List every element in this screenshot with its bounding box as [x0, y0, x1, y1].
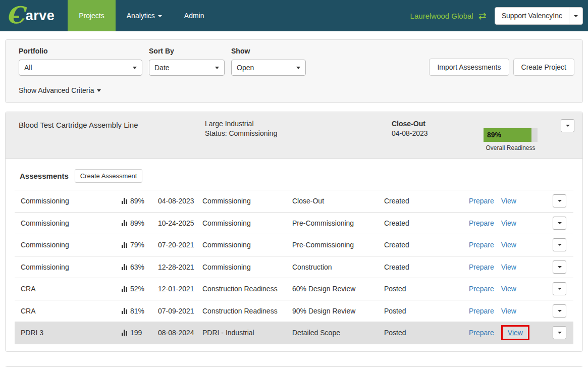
- bar-chart-icon: [122, 264, 127, 270]
- bar-chart-icon: [122, 242, 127, 248]
- nav-item-projects[interactable]: Projects: [68, 0, 116, 31]
- switch-account-icon[interactable]: ⇄: [478, 11, 487, 21]
- assessment-name: Commissioning: [15, 241, 122, 249]
- create-assessment-button[interactable]: Create Assessment: [75, 169, 143, 183]
- account-name[interactable]: Laurelwood Global: [410, 12, 473, 20]
- prepare-link[interactable]: Prepare: [469, 197, 494, 205]
- assessment-milestone: 90% Design Review: [292, 307, 384, 315]
- assessment-score-value: 63%: [130, 263, 144, 271]
- chevron-down-icon: [158, 15, 162, 19]
- row-actions-dropdown[interactable]: [553, 326, 566, 339]
- bar-chart-icon: [122, 308, 127, 314]
- row-actions-dropdown[interactable]: [553, 304, 566, 318]
- support-dropdown-toggle[interactable]: [569, 8, 582, 24]
- assessment-date: 07-20-2021: [158, 241, 202, 249]
- project-phase-date: 04-08-2023: [392, 129, 484, 138]
- assessment-name: CRA: [15, 307, 122, 315]
- assessment-row: CRA 52% 12-01-2021 Construction Readines…: [15, 278, 573, 300]
- assessment-score-value: 52%: [130, 285, 144, 293]
- view-link-wrapper: View: [501, 263, 516, 271]
- chevron-down-icon: [296, 67, 300, 71]
- portfolio-select[interactable]: All: [19, 60, 142, 76]
- assessment-score: 79%: [122, 241, 158, 249]
- assessment-phase: Construction Readiness: [202, 307, 292, 315]
- readiness-percentage: 89%: [487, 131, 501, 139]
- support-button[interactable]: Support ValencyInc: [495, 8, 569, 24]
- view-link[interactable]: View: [501, 307, 516, 315]
- assessment-status: Created: [384, 219, 469, 227]
- row-actions-dropdown[interactable]: [553, 238, 566, 251]
- prepare-link[interactable]: Prepare: [469, 285, 494, 293]
- assessment-date: 04-08-2023: [158, 197, 202, 205]
- assessment-actions: Prepare View: [469, 329, 534, 337]
- nav-item-admin[interactable]: Admin: [173, 0, 216, 31]
- view-link[interactable]: View: [501, 197, 516, 205]
- assessment-name: Commissioning: [15, 219, 122, 227]
- assessment-phase: Construction Readiness: [202, 285, 292, 293]
- nav-item-analytics[interactable]: Analytics: [116, 0, 173, 31]
- assessment-phase: Commissioning: [202, 197, 292, 205]
- assessment-score: 52%: [122, 285, 158, 293]
- show-advanced-criteria-link[interactable]: Show Advanced Criteria: [19, 86, 101, 94]
- view-link[interactable]: View: [508, 329, 523, 337]
- prepare-link[interactable]: Prepare: [469, 329, 494, 337]
- view-link[interactable]: View: [501, 241, 516, 249]
- chevron-down-icon: [558, 332, 562, 336]
- assessment-status: Posted: [384, 285, 469, 293]
- assessment-phase: PDRI - Industrial: [202, 329, 292, 337]
- import-assessments-button[interactable]: Import Assessments: [429, 59, 509, 76]
- assessment-score-value: 89%: [130, 197, 144, 205]
- chevron-down-icon: [558, 288, 562, 292]
- row-actions-dropdown[interactable]: [553, 194, 566, 207]
- chevron-down-icon: [133, 67, 137, 71]
- show-label: Show: [231, 47, 306, 55]
- prepare-link[interactable]: Prepare: [469, 241, 494, 249]
- project-title: Blood Test Cartridge Assembly Line: [19, 119, 205, 151]
- assessment-score: 81%: [122, 307, 158, 315]
- assessment-date: 12-01-2021: [158, 285, 202, 293]
- create-project-button[interactable]: Create Project: [513, 59, 574, 76]
- assessment-score: 89%: [122, 197, 158, 205]
- row-actions-dropdown[interactable]: [553, 260, 566, 274]
- assessment-row: Commissioning 89% 04-08-2023 Commissioni…: [15, 190, 573, 213]
- view-link[interactable]: View: [501, 219, 516, 227]
- prepare-link[interactable]: Prepare: [469, 307, 494, 315]
- overall-readiness: 89% Overall Readiness: [484, 128, 538, 151]
- support-split-button: Support ValencyInc: [495, 7, 583, 25]
- assessment-milestone: Close-Out: [292, 197, 384, 205]
- prepare-link[interactable]: Prepare: [469, 263, 494, 271]
- assessment-actions: Prepare View: [469, 241, 534, 249]
- carve-logo-initial: C: [6, 5, 25, 26]
- project-phase: Close-Out 04-08-2023: [392, 119, 484, 151]
- view-link-wrapper: View: [501, 307, 516, 315]
- sortby-select[interactable]: Date: [149, 60, 225, 76]
- bar-chart-icon: [122, 220, 127, 226]
- assessment-actions: Prepare View: [469, 197, 534, 205]
- carve-logo[interactable]: C arve: [0, 0, 68, 31]
- sortby-field: Sort By Date: [149, 47, 225, 76]
- view-link[interactable]: View: [501, 263, 516, 271]
- prepare-link[interactable]: Prepare: [469, 219, 494, 227]
- bar-chart-icon: [122, 286, 127, 292]
- assessment-status: Created: [384, 241, 469, 249]
- view-link[interactable]: View: [501, 285, 516, 293]
- top-navbar: C arve Projects Analytics Admin Laurelwo…: [0, 0, 588, 31]
- row-actions-dropdown[interactable]: [553, 217, 566, 230]
- project-actions-dropdown[interactable]: [561, 119, 574, 132]
- assessment-status: Created: [384, 263, 469, 271]
- assessment-status: Posted: [384, 329, 469, 337]
- assessment-score-value: 79%: [130, 241, 144, 249]
- chevron-down-icon: [558, 310, 562, 314]
- project-card-body: Assessments Create Assessment Commission…: [6, 159, 582, 351]
- chevron-down-icon: [558, 222, 562, 226]
- view-link-wrapper: View: [501, 219, 516, 227]
- project-type-status: Large Industrial Status: Commissioning: [205, 119, 392, 151]
- project-card-header: Blood Test Cartridge Assembly Line Large…: [6, 112, 582, 159]
- show-select-value: Open: [237, 64, 254, 72]
- assessment-row: CRA 81% 07-09-2021 Construction Readines…: [15, 300, 573, 323]
- show-select[interactable]: Open: [231, 60, 306, 76]
- portfolio-label: Portfolio: [19, 47, 142, 55]
- chevron-down-icon: [558, 200, 562, 204]
- assessment-date: 07-09-2021: [158, 307, 202, 315]
- row-actions-dropdown[interactable]: [553, 282, 566, 295]
